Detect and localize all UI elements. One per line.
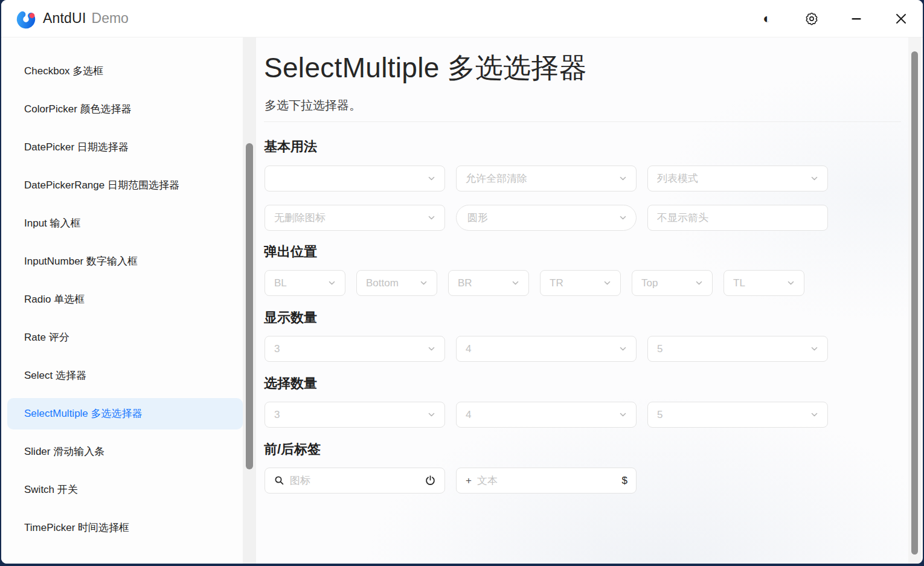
chevron-down-icon xyxy=(810,174,819,183)
app-subtitle: Demo xyxy=(92,10,129,27)
select-allow-clear[interactable]: 允许全部清除 xyxy=(456,166,637,191)
select-affix-icons[interactable]: 图标 xyxy=(265,468,445,494)
power-icon xyxy=(425,475,436,486)
select-select-count-4[interactable]: 4 xyxy=(456,402,637,428)
select-no-delete-icon[interactable]: 无删除图标 xyxy=(265,205,445,231)
select-select-count-5[interactable]: 5 xyxy=(647,402,828,428)
section-title-select-count: 选择数量 xyxy=(264,375,317,393)
main-content: SelectMultiple 多选选择器 多选下拉选择器。 基本用法 允许全部清… xyxy=(256,37,908,564)
sidebar: Checkbox 多选框 ColorPicker 颜色选择器 DatePicke… xyxy=(1,37,243,564)
chevron-down-icon xyxy=(618,213,627,222)
app-title: AntdUI xyxy=(43,10,86,27)
chevron-down-icon xyxy=(618,174,627,183)
section-title-basic: 基本用法 xyxy=(264,138,317,156)
chevron-down-icon xyxy=(618,410,627,419)
sidebar-item-rate[interactable]: Rate 评分 xyxy=(1,322,243,353)
select-placement-bl[interactable]: BL xyxy=(265,270,345,296)
select-display-count-4[interactable]: 4 xyxy=(456,336,637,362)
chevron-down-icon xyxy=(419,278,428,288)
select-display-count-5[interactable]: 5 xyxy=(647,336,828,362)
sidebar-item-checkbox[interactable]: Checkbox 多选框 xyxy=(1,56,243,87)
sidebar-item-datepicker[interactable]: DatePicker 日期选择器 xyxy=(1,132,243,163)
select-placement-top[interactable]: Top xyxy=(632,270,713,296)
select-select-count-3[interactable]: 3 xyxy=(265,402,445,428)
sidebar-item-colorpicker[interactable]: ColorPicker 颜色选择器 xyxy=(1,94,243,125)
sidebar-item-datepickerrange[interactable]: DatePickerRange 日期范围选择器 xyxy=(1,170,243,201)
antdui-logo-icon xyxy=(14,7,37,30)
sidebar-item-slider[interactable]: Slider 滑动输入条 xyxy=(1,436,243,468)
main-scrollbar-track[interactable] xyxy=(908,37,922,564)
chevron-down-icon xyxy=(810,410,819,419)
select-list-mode[interactable]: 列表模式 xyxy=(647,166,828,191)
chevron-down-icon xyxy=(618,344,627,353)
titlebar-controls: ◐ xyxy=(752,4,916,33)
chevron-down-icon xyxy=(427,410,436,419)
page-description: 多选下拉选择器。 xyxy=(265,97,361,114)
chevron-down-icon xyxy=(327,278,336,288)
section-title-display-count: 显示数量 xyxy=(264,309,317,327)
chevron-down-icon xyxy=(511,278,520,288)
titlebar: AntdUI Demo ◐ xyxy=(1,0,923,37)
select-placement-tl[interactable]: TL xyxy=(723,270,804,296)
prefix-plus-label: + xyxy=(466,475,472,487)
chevron-down-icon xyxy=(786,278,795,288)
sidebar-scrollbar-track[interactable] xyxy=(243,37,256,564)
main-scrollbar-thumb[interactable] xyxy=(911,51,918,555)
sidebar-item-selectmultiple[interactable]: SelectMultiple 多选选择器 xyxy=(7,398,243,429)
select-display-count-3[interactable]: 3 xyxy=(265,336,445,362)
sidebar-item-timepicker[interactable]: TimePicker 时间选择框 xyxy=(1,512,243,544)
chevron-down-icon xyxy=(603,278,612,288)
sidebar-item-switch[interactable]: Switch 开关 xyxy=(1,474,243,506)
theme-toggle-icon[interactable]: ◐ xyxy=(752,4,781,33)
page-title: SelectMultiple 多选选择器 xyxy=(264,50,587,87)
section-title-placement: 弹出位置 xyxy=(264,243,317,261)
section-title-affix: 前/后标签 xyxy=(264,440,321,458)
select-no-arrow[interactable]: 不显示箭头 xyxy=(647,205,828,231)
select-basic-default[interactable] xyxy=(265,166,445,191)
chevron-down-icon xyxy=(427,174,436,183)
sidebar-item-radio[interactable]: Radio 单选框 xyxy=(1,284,243,315)
sidebar-item-inputnumber[interactable]: InputNumber 数字输入框 xyxy=(1,246,243,277)
close-icon[interactable] xyxy=(887,4,916,33)
select-placement-br[interactable]: BR xyxy=(448,270,529,296)
minimize-icon[interactable] xyxy=(842,4,871,33)
chevron-down-icon xyxy=(427,213,436,222)
select-placement-tr[interactable]: TR xyxy=(540,270,621,296)
sidebar-item-select[interactable]: Select 选择器 xyxy=(1,360,243,391)
header-divider xyxy=(264,121,901,122)
app-window: AntdUI Demo ◐ Checkbox 多选框 ColorPicke xyxy=(1,0,923,564)
select-placement-bottom[interactable]: Bottom xyxy=(356,270,437,296)
sidebar-item-input[interactable]: Input 输入框 xyxy=(1,208,243,239)
search-icon xyxy=(274,475,284,486)
chevron-down-icon xyxy=(810,344,819,353)
chevron-down-icon xyxy=(427,344,436,353)
sidebar-scrollbar-thumb[interactable] xyxy=(246,143,253,469)
chevron-down-icon xyxy=(695,278,704,288)
select-affix-text[interactable]: + 文本 $ xyxy=(456,468,637,494)
select-round-shape[interactable]: 圆形 xyxy=(456,205,637,231)
suffix-dollar-label: $ xyxy=(622,475,627,487)
settings-gear-icon[interactable] xyxy=(797,4,826,33)
